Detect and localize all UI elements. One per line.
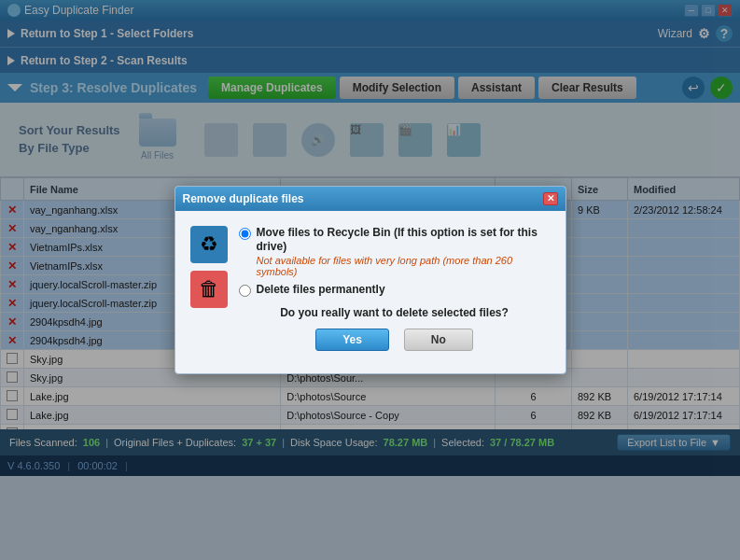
modal-body: ♻ 🗑 Move files to Recycle Bin (If this o… [175,211,565,374]
modal-yes-button[interactable]: Yes [315,329,389,351]
option2-radio[interactable] [239,285,251,297]
option1-warning: Not available for files with very long p… [257,255,551,277]
modal-close-button[interactable]: ✕ [543,192,558,205]
modal-title: Remove duplicate files [183,192,304,205]
modal-title-bar: Remove duplicate files ✕ [175,187,565,211]
option1-row: Move files to Recycle Bin (If this optio… [239,226,551,277]
modal-overlay: Remove duplicate files ✕ ♻ 🗑 Move files … [0,0,740,560]
modal-options: Move files to Recycle Bin (If this optio… [239,226,551,359]
recycle-bin-icon: ♻ [190,226,228,263]
option2-label: Delete files permanently [257,283,385,298]
modal-buttons: Yes No [239,329,551,358]
option1-label: Move files to Recycle Bin (If this optio… [257,226,551,255]
option2-row: Delete files permanently [239,283,551,298]
modal-question: Do you really want to delete selected fi… [239,306,551,319]
delete-icon: 🗑 [190,271,228,308]
option1-radio[interactable] [239,228,251,240]
remove-duplicates-modal: Remove duplicate files ✕ ♻ 🗑 Move files … [175,186,566,375]
modal-no-button[interactable]: No [404,329,473,351]
modal-icons: ♻ 🗑 [190,226,228,359]
